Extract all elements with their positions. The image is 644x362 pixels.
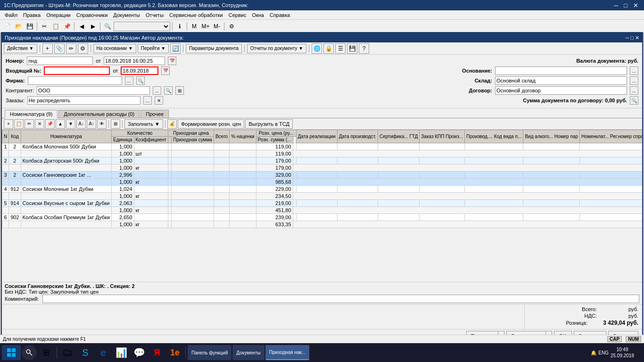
doc-tb-icon3[interactable]: ✏ [66,43,76,54]
taskbar-app-panel[interactable]: Панель функций [188,345,231,360]
menu-file[interactable]: Файл [2,11,20,19]
toolbar-btn-mminus[interactable]: M- [212,21,222,32]
taskbar-icon-explorer[interactable]: 🗂 [59,345,76,360]
toolbar-btn-copy[interactable]: 📋 [50,21,61,32]
kontragent-input[interactable] [37,86,150,95]
params-button[interactable]: Параметры документа [186,44,242,53]
taskbar-icon-chat[interactable]: 💬 [131,345,148,360]
dogovor-dots-btn[interactable]: ... [630,86,638,95]
search-taskbar-button[interactable] [22,345,37,360]
zakazy-dots-btn[interactable]: ... [143,96,152,105]
taskbar-icon-edge[interactable]: e [95,345,112,360]
summa-search-btn[interactable]: 🔍 [630,96,638,105]
table-row-selected[interactable]: 3 2 Сосиски Ганноверские 1кг ... 2,996 3… [2,172,643,179]
doc-tb-help[interactable]: ? [359,43,369,54]
firma-search-btn[interactable]: 🔍 [136,76,145,85]
taskbar-app-prihodnik[interactable]: Приходная нак... [265,345,309,360]
tbl-del-btn[interactable]: ✕ [35,119,44,129]
toolbar-btn-3[interactable]: 💾 [25,21,35,32]
tab-nomenclature[interactable]: Номенклатура (9) [5,110,58,118]
fill-button[interactable]: Заполнить ▼ [124,119,163,129]
toolbar-btn-search[interactable]: 🔍 [102,21,113,32]
sklad-input[interactable] [495,76,627,85]
table-row[interactable]: 2 2 Колбаса Докторская 500г Дубки 1,000 … [2,157,643,165]
doc-tb-refresh[interactable]: 🔄 [170,43,181,54]
doc-maximize-btn[interactable]: □ [630,35,634,41]
doc-tb-save[interactable]: 💾 [347,43,357,54]
toolbar-btn-fwd[interactable]: ▶ [88,21,98,32]
menu-service-ops[interactable]: Сервисные обработки [166,11,226,19]
toolbar-btn-1[interactable]: 📄 [2,21,12,32]
tbl-grid-btn[interactable]: ⊞ [111,119,120,129]
comment-input[interactable] [42,295,639,303]
menu-ops[interactable]: Операции [43,11,73,19]
dogovor-input[interactable] [495,86,627,95]
table-row[interactable]: 5 914 Сосиски Вкусные с сыром 1кг Дубки … [2,200,643,207]
actions-button[interactable]: Действия ▼ [4,44,37,53]
doc-tb-globe[interactable]: 🌐 [312,43,322,54]
taskbar-app-docs[interactable]: Документы [232,345,264,360]
nomer-input[interactable] [27,57,93,65]
toolbar-btn-extra[interactable]: ⚙ [226,21,237,32]
tab-doprash[interactable]: Дополнительные расходы (0) [58,110,140,118]
doc-close-btn[interactable]: ✕ [635,35,639,41]
kontragent-search-btn[interactable]: 🔍 [164,86,173,95]
lang-indicator[interactable]: ENG [598,350,609,355]
toolbar-btn-2[interactable]: 📂 [13,21,24,32]
menu-refs[interactable]: Справочники [74,11,111,19]
taskbar-icon-1c[interactable]: 1е [166,345,183,360]
taskbar-task-view[interactable]: ⊞ [38,345,55,360]
form-cen-button[interactable]: Формирование розн. цен [178,119,244,129]
toolbar-btn-info[interactable]: ℹ [174,21,185,32]
menu-windows[interactable]: Окна [249,11,267,19]
kontragent-extra-btn[interactable]: ⊞ [175,86,184,95]
perejti-button[interactable]: Перейти ▼ [138,44,169,53]
upload-btn[interactable]: Выгрузить в ТСД [245,119,293,129]
tbl-sort2-btn[interactable]: A↑ [87,119,96,129]
doc-tb-lock[interactable]: 🔒 [323,43,334,54]
taskbar-icon-yandex[interactable]: Я [149,345,165,360]
menu-service[interactable]: Сервис [226,11,249,19]
doc-tb-list[interactable]: ☰ [335,43,346,54]
table-scroll[interactable]: N Код Номенклатура Количество Приходная … [2,130,642,282]
osnov-dots-btn[interactable]: ... [630,66,638,75]
taskbar-icon-skype[interactable]: S [77,345,94,360]
ot-cal-btn[interactable]: 📅 [168,57,176,65]
tbl-price-icon-btn[interactable]: 💰 [167,119,177,129]
table-row[interactable]: 6 902 Колбаса Особая Премиум 1кг Дубки 2… [2,214,643,221]
minimize-button[interactable]: ─ [612,2,620,9]
tbl-down-btn[interactable]: ▼ [66,119,75,129]
maximize-button[interactable]: □ [622,2,629,9]
firma-dots-btn[interactable]: ... [125,76,133,85]
doc-tb-icon1[interactable]: + [42,43,53,54]
toolbar-btn-back[interactable]: ◀ [76,21,87,32]
tbl-add-btn[interactable]: + [4,119,13,129]
osnov-input[interactable] [495,66,627,75]
toolbar-btn-m[interactable]: M [189,21,199,32]
tbl-sort-btn[interactable]: A↓ [76,119,86,129]
menu-reports[interactable]: Отчеты [143,11,166,19]
zakazy-x-btn[interactable]: ✕ [155,96,163,105]
osnov-button[interactable]: На основании ▼ [93,44,136,53]
menu-docs[interactable]: Документы [110,11,143,19]
toolbar-combo[interactable] [114,22,170,31]
zakazy-input[interactable] [27,96,140,105]
firma-input[interactable] [28,76,122,85]
start-button[interactable] [2,345,21,360]
toolbar-btn-paste[interactable]: 📌 [62,21,72,32]
vhod-input[interactable] [44,66,110,75]
tbl-edit-btn[interactable]: ✏ [25,119,34,129]
close-button[interactable]: ✕ [631,2,640,9]
tbl-up-btn[interactable]: ▲ [56,119,65,129]
toolbar-btn-mplus[interactable]: M+ [200,21,211,32]
table-row[interactable]: 4 912 Сосиски Молочные 1кг Дубки 1,024 2… [2,186,643,193]
reports-button[interactable]: Отчеты по документу ▼ [247,44,306,53]
menu-edit[interactable]: Правка [20,11,43,19]
menu-help[interactable]: Справка [267,11,293,19]
tbl-copy-btn[interactable]: 📋 [14,119,24,129]
doc-minimize-btn[interactable]: ─ [626,35,629,41]
taskbar-icon-excel[interactable]: 📊 [113,345,130,360]
tbl-tb1-btn[interactable]: 📌 [45,119,55,129]
tab-prochee[interactable]: Прочее [140,110,169,118]
toolbar-btn-cut[interactable]: ✂ [39,21,50,32]
